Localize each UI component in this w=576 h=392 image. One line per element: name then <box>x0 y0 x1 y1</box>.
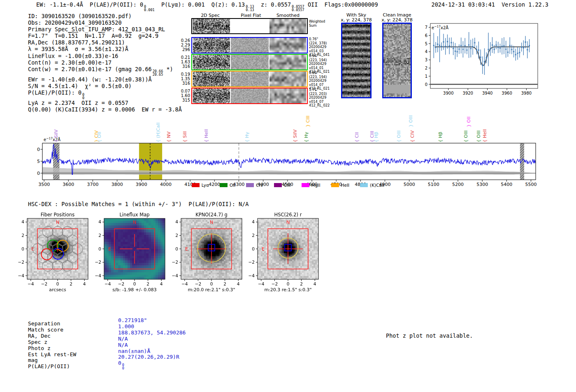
y-tick-label: −2 <box>95 260 101 264</box>
legend-item: CIII <box>274 183 291 188</box>
image-data <box>192 19 230 33</box>
emission-line-marker: { OII <box>97 132 102 142</box>
emission-line-marker: { SiIV <box>293 130 298 142</box>
x-tick-label: −4 <box>258 281 265 286</box>
legend-label: MgII <box>311 183 321 188</box>
legend-item: (K)CaII <box>360 183 384 188</box>
y-tick-label: −4 <box>172 273 179 278</box>
x-tick-label: 2 <box>146 281 149 286</box>
image-data <box>27 218 88 279</box>
cutout-xlabel: m:20.0 re:2.1" s:0.3" <box>188 287 235 292</box>
left-label: 0.21 <box>178 55 190 60</box>
image-data <box>231 72 269 86</box>
legend-item: CIV <box>246 183 263 188</box>
spec2d-row-right-labels: WeightedSum <box>309 20 325 28</box>
emission-line-marker: { OIII <box>476 130 481 142</box>
legend-swatch <box>246 183 254 187</box>
x-tick-label: 3920 <box>463 91 473 95</box>
emission-line-marker: { NV <box>166 132 172 142</box>
match-table-label: Est LyA rest-EW <box>28 352 76 358</box>
y-tick-label: 2 <box>425 66 427 70</box>
match-table-value: 188.837673, 54.290286 <box>118 330 186 336</box>
info-line: Cont(w) = 2.70(±0.01)e-17 (gmag 20.6620.… <box>28 66 182 76</box>
y-tick-label: 1 <box>425 74 427 79</box>
line-fit-plot: 3900392039403960398001234567e−17x2Å <box>418 19 557 99</box>
image-data <box>269 38 306 53</box>
y-tick-label: 6 <box>425 33 427 38</box>
hatched-band <box>520 143 524 180</box>
cutout-xlabel: m:20.3 re:1.5" s:0.3" <box>264 287 311 292</box>
left-label: 316 <box>178 64 190 69</box>
x-tick-label: 0 <box>287 281 290 286</box>
image-data <box>269 55 306 70</box>
y-tick-label: 2 <box>98 233 101 238</box>
y-tick-label: 4 <box>175 219 178 224</box>
info-line: LyA z = 2.2374 OII z = 0.0557 <box>28 100 182 106</box>
spec2d-row-left-labels: 0.071.60315 <box>178 89 190 102</box>
spec2d-row-left-labels: 0.211.63316 <box>178 55 190 69</box>
match-table-value: N/A <box>118 342 186 348</box>
image-data <box>231 88 269 103</box>
hatched-band <box>53 143 59 180</box>
image-data <box>342 24 370 97</box>
highlight-band <box>139 143 162 180</box>
x-tick-label: 0 <box>56 281 59 286</box>
gaussian-fit-curve <box>435 47 529 66</box>
x-tick-label: 3940 <box>482 91 492 95</box>
match-table-label: Match score <box>28 327 76 333</box>
match-table-value: 0.271918" <box>118 318 186 324</box>
match-table-value: N/A <box>118 336 186 342</box>
left-label: 315 <box>178 98 190 102</box>
x-tick-label: −2 <box>118 281 124 286</box>
x-tick-label: 4 <box>83 281 86 286</box>
sky-panel-coords: x, y: 224, 378 <box>334 18 379 23</box>
plot-frame <box>42 143 536 180</box>
left-label: 1.60 <box>178 93 190 98</box>
image-data <box>269 72 306 86</box>
image-data <box>383 24 411 97</box>
match-table-label: RA, Dec <box>28 333 76 339</box>
spec2d-row-right-labels: 1.71"(223, 203)20200429v014_07412_RL_022 <box>309 88 330 108</box>
info-line: RA,Dec (188.837677,54.290211) <box>28 39 182 46</box>
y-tick-label: 10 <box>37 147 40 152</box>
legend-swatch <box>220 183 228 187</box>
match-table-label: Photo z <box>28 346 76 352</box>
cutout-title: Fiber Positions <box>41 212 75 218</box>
full-spectrum-plot: 3500360037003800390040004100420043004400… <box>37 115 560 191</box>
spectrum-line <box>42 144 536 174</box>
emission-line-marker: } CIII <box>305 116 311 127</box>
x-tick-label: 4 <box>314 281 316 286</box>
legend-label: Lyα <box>202 183 209 188</box>
x-tick-label: 0 <box>210 281 213 286</box>
x-tick-label: 4 <box>237 281 240 286</box>
y-tick-label: 0 <box>175 246 178 251</box>
legend-item: MgII <box>302 183 321 188</box>
image-data <box>269 88 306 103</box>
spec2d-column-title: Pixel Flat <box>232 13 269 18</box>
spec2d-row-left-labels: 0.191.35316 <box>178 72 190 86</box>
image-data <box>104 218 165 279</box>
y-tick-label: 4 <box>98 219 101 224</box>
stacked-value: 0.130.13 <box>246 5 254 12</box>
y-tick-label: 0 <box>98 246 101 251</box>
x-tick-label: −4 <box>105 281 111 286</box>
emission-line-marker: { Hγ <box>244 132 250 142</box>
y-tick-label: 4 <box>21 219 24 224</box>
x-tick-label: 2 <box>223 281 226 286</box>
legend-swatch <box>331 183 339 187</box>
legend-swatch <box>274 183 282 187</box>
emission-line-marker: { SiIV <box>53 130 59 142</box>
sky-panel-coords: x, y: 224, 378 <box>374 18 420 23</box>
cutout-title: HSC(26.2) r <box>274 212 302 218</box>
left-label: 316 <box>178 81 190 86</box>
emission-line-marker: { SiII <box>182 131 188 142</box>
match-table-values: 0.271918"1.000188.837673, 54.290286N/AN/… <box>118 318 186 370</box>
summary-header-line: EW: -1.1±-0.4Å P(LAE)/P(OII): 000.001 P(… <box>36 1 378 12</box>
x-tick-label: 3980 <box>521 91 532 95</box>
emission-line-marker: { OIII <box>463 130 469 142</box>
match-table-value: 20.27(20.26,20.29)R <box>118 354 186 360</box>
image-data <box>231 38 269 53</box>
left-label: 296 <box>178 47 190 52</box>
match-table-label: Spec z <box>28 339 76 346</box>
y-tick-label: 0 <box>425 82 427 87</box>
